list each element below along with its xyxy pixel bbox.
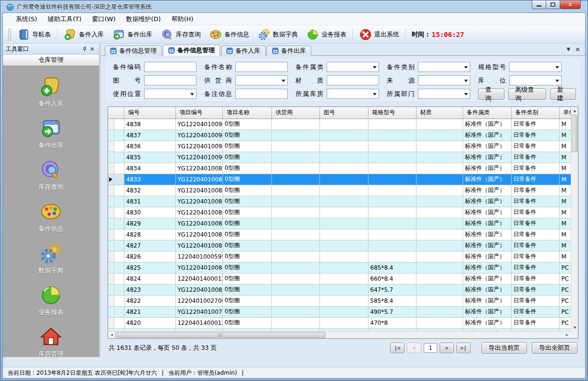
- scroll-down-icon[interactable]: ▼: [571, 324, 578, 331]
- usage-position-select[interactable]: [144, 89, 196, 99]
- table-row[interactable]: 482012204014000130型圈470*8标准件（国产）日常备件PC: [108, 317, 572, 328]
- scroll-left-icon[interactable]: ◄: [108, 332, 115, 339]
- column-header-project-no[interactable]: 项目编号: [175, 107, 222, 119]
- vertical-scrollbar[interactable]: ▲ ▼: [571, 107, 578, 331]
- export-current-page-button[interactable]: 导出当前页: [481, 342, 527, 354]
- part-class-select[interactable]: [327, 62, 379, 72]
- toolbar-button-stock-query[interactable]: 库存查询: [157, 27, 205, 42]
- tab-parts-info-mgmt-1[interactable]: 备件信息管理: [105, 46, 162, 56]
- location-select[interactable]: [509, 75, 562, 85]
- material-input[interactable]: [327, 75, 379, 85]
- table-row[interactable]: 482212204010027000型圈585*8.4标准件（国产）日常备件PC: [108, 295, 572, 306]
- first-page-button[interactable]: |<: [390, 343, 404, 353]
- part-code-input[interactable]: [144, 62, 196, 72]
- menu-item-window[interactable]: 窗口(W): [87, 13, 121, 25]
- new-button[interactable]: 新建: [550, 88, 576, 100]
- next-page-button[interactable]: >: [440, 343, 454, 353]
- table-row[interactable]: 4821YG122040100790型圈490*5.7标准件（国产）日常备件PC: [108, 306, 572, 317]
- warehouse-mgmt-section-header[interactable]: 仓库管理: [3, 55, 99, 66]
- page-number-input[interactable]: [424, 343, 437, 353]
- table-row[interactable]: 4837YG122040100920型圈标准件（国产）日常备件M: [108, 130, 572, 141]
- sidebar-item-parts-info[interactable]: 备件信息: [22, 199, 80, 235]
- horizontal-scrollbar[interactable]: ◄ ►: [108, 331, 571, 338]
- toolbar-button-parts-info[interactable]: 备件信息: [205, 27, 254, 42]
- table-row[interactable]: 4834YG122040100890型圈标准件（国产）日常备件M: [108, 163, 572, 174]
- table-row[interactable]: 4828YG122040100830型圈标准件（国产）日常备件M: [108, 229, 572, 240]
- sidebar-item-data-dict[interactable]: 数据字典: [22, 240, 80, 277]
- part-type-select[interactable]: [418, 62, 470, 72]
- spec-model-select[interactable]: [509, 62, 562, 72]
- close-button[interactable]: ✕: [560, 0, 581, 9]
- column-header-part-type[interactable]: 备件类别: [511, 107, 559, 119]
- last-page-button[interactable]: >|: [456, 343, 471, 353]
- table-row[interactable]: 4838YG122040100930型圈标准件（国产）日常备件M: [108, 119, 572, 130]
- cell-project-name: 0型圈: [222, 130, 271, 141]
- sidebar-item-parts-out[interactable]: 备件出库: [22, 115, 80, 152]
- tab-parts-info-mgmt-2[interactable]: 备件信息管理: [163, 45, 220, 56]
- toolbar-button-data-dict[interactable]: 数据字典: [254, 27, 302, 42]
- column-header-unit[interactable]: 单位: [559, 107, 572, 119]
- column-header-row-indicator[interactable]: [108, 107, 124, 119]
- table-row[interactable]: 4825YG122040100810型圈685*8.4标准件（国产）日常备件PC: [108, 262, 572, 273]
- menu-item-help[interactable]: 帮助(H): [166, 13, 199, 25]
- toolbar-button-navbar[interactable]: 导航条: [13, 27, 55, 42]
- column-header-drawing-no[interactable]: 图号: [319, 107, 368, 119]
- toolbar-button-parts-in[interactable]: 备件入库: [60, 27, 108, 42]
- export-all-pages-button[interactable]: 导出全部页: [532, 342, 577, 354]
- toolbar-button-biz-report[interactable]: 业务报表: [302, 27, 351, 42]
- tab-parts-in[interactable]: 备件入库: [221, 46, 266, 56]
- table-row[interactable]: 4830YG122040100850型圈标准件（国产）日常备件M: [108, 207, 572, 218]
- table-row[interactable]: 482612204010005990型圈标准件（国产）日常备件M: [108, 251, 572, 262]
- cell-part-class: 标准件（国产）: [463, 284, 511, 295]
- chevron-down-icon[interactable]: ▼: [566, 46, 570, 53]
- department-select[interactable]: [418, 89, 470, 99]
- table-row[interactable]: 4833YG122040100880型圈标准件（国产）日常备件M: [108, 174, 572, 185]
- column-header-project-name[interactable]: 项目名称: [222, 107, 271, 119]
- column-header-no[interactable]: 编号: [124, 107, 175, 119]
- toolbar-grip[interactable]: [8, 28, 11, 41]
- sidebar-close-icon[interactable]: ×: [88, 45, 96, 53]
- table-row[interactable]: 4831YG122040100860型圈标准件（国产）日常备件M: [108, 196, 572, 207]
- drawing-no-input[interactable]: [144, 75, 196, 85]
- part-code-field-group: 备件编码: [113, 62, 196, 72]
- menu-item-system[interactable]: 系统(S): [11, 13, 42, 25]
- scroll-right-icon[interactable]: ►: [564, 332, 571, 339]
- tab-parts-out[interactable]: 备件出库: [267, 46, 311, 56]
- tab-close-icon[interactable]: ×: [575, 46, 580, 53]
- column-header-spec-model[interactable]: 规格型号: [368, 107, 416, 119]
- column-header-supplier[interactable]: 供货商: [271, 107, 319, 119]
- table-row[interactable]: 4836YG122040100910型圈标准件（国产）日常备件M: [108, 141, 572, 152]
- table-row[interactable]: 4827YG122040100820型圈标准件（国产）日常备件M: [108, 240, 572, 251]
- pin-icon[interactable]: [81, 45, 88, 53]
- minimize-button[interactable]: [532, 0, 546, 9]
- table-row[interactable]: 482412204014000120型圈660*8.4标准件（国产）日常备件PC: [108, 273, 572, 284]
- table-row[interactable]: 4832YG122040100870型圈标准件（国产）日常备件M: [108, 185, 572, 196]
- vertical-scroll-thumb[interactable]: [572, 115, 577, 152]
- cell-spec-model: [368, 152, 416, 163]
- advanced-query-button[interactable]: 高级查询: [508, 88, 546, 100]
- toolbar-button-parts-out[interactable]: 备件出库: [108, 27, 157, 42]
- cell-part-class: 标准件（国产）: [463, 174, 511, 185]
- menu-item-data-maintenance[interactable]: 数据维护(D): [121, 13, 166, 25]
- part-name-input[interactable]: [235, 62, 288, 72]
- table-row[interactable]: 4835YG122040100900型圈标准件（国产）日常备件M: [108, 152, 572, 163]
- sidebar-item-stock-query[interactable]: 库存查询: [22, 157, 80, 193]
- sidebar-item-warehouse-mgmt[interactable]: 库房管理: [22, 324, 80, 357]
- menu-item-assist-tools[interactable]: 辅助工具(T): [42, 13, 86, 25]
- warehouse-select[interactable]: [327, 89, 379, 99]
- table-row[interactable]: 4823YG122040100800型圈647*5.7标准件（国产）日常备件PC: [108, 284, 572, 295]
- supplier-select[interactable]: [235, 75, 288, 85]
- maximize-button[interactable]: [546, 0, 560, 9]
- column-header-material[interactable]: 材质: [416, 107, 463, 119]
- horizontal-scroll-thumb[interactable]: [115, 332, 326, 338]
- sidebar-item-parts-in[interactable]: 备件入库: [22, 73, 80, 110]
- column-header-part-class[interactable]: 备件属类: [463, 107, 511, 119]
- remark-input[interactable]: [235, 89, 288, 99]
- prev-page-button[interactable]: <: [407, 343, 421, 353]
- scroll-up-icon[interactable]: ▲: [571, 107, 578, 114]
- sidebar-item-biz-report[interactable]: 业务报表: [22, 282, 80, 319]
- source-select[interactable]: [418, 75, 470, 85]
- query-button[interactable]: 查询: [478, 88, 504, 100]
- table-row[interactable]: 4829YG122040100840型圈标准件（国产）日常备件M: [108, 218, 572, 229]
- toolbar-button-exit[interactable]: 退出系统: [355, 27, 404, 42]
